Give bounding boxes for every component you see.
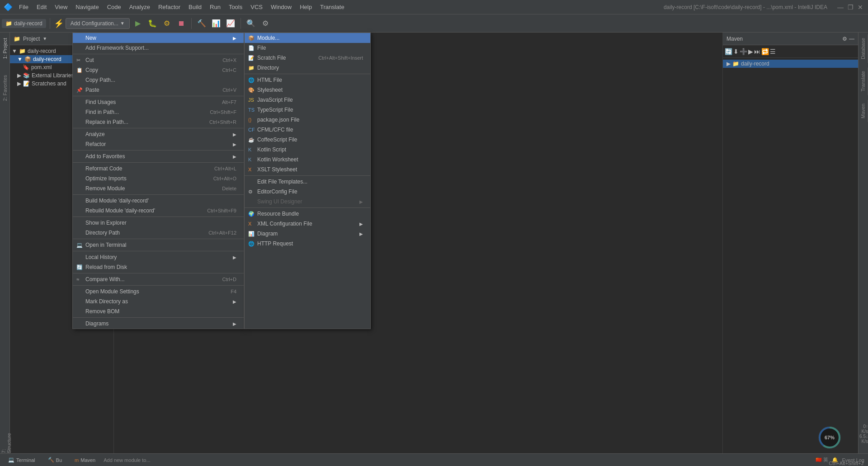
context-menu-item-reload[interactable]: 🔄 Reload from Disk: [73, 262, 244, 272]
submenu-new-package-json[interactable]: {} package.json File: [245, 115, 370, 125]
compare-icon: ≈: [76, 277, 79, 282]
menu-analyze[interactable]: Analyze: [126, 3, 154, 11]
sidebar-tab-project[interactable]: 1: Project: [0, 34, 9, 62]
context-menu-item-new[interactable]: New ▶: [73, 33, 244, 43]
menu-build[interactable]: Build: [185, 3, 205, 11]
menu-window[interactable]: Window: [267, 3, 295, 11]
close-button[interactable]: ✕: [856, 3, 864, 11]
menu-run[interactable]: Run: [206, 3, 224, 11]
terminal-tab[interactable]: 💻 Terminal: [4, 456, 40, 464]
submenu-new-html[interactable]: 🌐 HTML File: [245, 75, 370, 85]
submenu-new-kotlin-worksheet[interactable]: K Kotlin Worksheet: [245, 155, 370, 165]
structure-tab[interactable]: 7: Structure: [1, 433, 10, 453]
maven-close-icon[interactable]: —: [849, 36, 854, 42]
context-menu-item-show-explorer[interactable]: Show in Explorer: [73, 218, 244, 228]
submenu-new-kotlin-script[interactable]: K Kotlin Script: [245, 145, 370, 155]
remove-module-shortcut: Delete: [222, 186, 236, 191]
menu-navigate[interactable]: Navigate: [72, 3, 102, 11]
maven-tree-item-daily-record[interactable]: ▶ 📁 daily-record: [723, 60, 858, 68]
build-tab[interactable]: 🔨 Bu: [43, 456, 66, 464]
context-menu-item-add-framework[interactable]: Add Framework Support...: [73, 43, 244, 53]
context-menu-item-copy[interactable]: 📋 Copy Ctrl+C: [73, 65, 244, 75]
context-menu-item-open-terminal[interactable]: 💻 Open in Terminal: [73, 240, 244, 250]
menu-refactor[interactable]: Refactor: [155, 3, 184, 11]
right-tab-maven[interactable]: Maven: [859, 100, 868, 122]
context-menu-item-refactor[interactable]: Refactor ▶: [73, 139, 244, 149]
submenu-new-module[interactable]: 📦 Module...: [245, 33, 370, 43]
context-menu-item-remove-bom[interactable]: Remove BOM: [73, 306, 244, 316]
maven-refresh-icon[interactable]: 🔄: [725, 48, 732, 55]
add-configuration-button[interactable]: Add Configuration... ▼: [66, 18, 130, 29]
find-button[interactable]: 🔍: [245, 17, 257, 30]
context-menu-item-directory-path[interactable]: Directory Path Ctrl+Alt+F12: [73, 228, 244, 238]
context-menu-item-reformat[interactable]: Reformat Code Ctrl+Alt+L: [73, 164, 244, 174]
context-menu-item-find-usages[interactable]: Find Usages Alt+F7: [73, 97, 244, 107]
menu-translate[interactable]: Translate: [316, 3, 348, 11]
right-tab-database[interactable]: Database: [859, 34, 868, 63]
sidebar-tab-favorites[interactable]: 2: Favorites: [0, 71, 9, 104]
stop-button[interactable]: ⏹: [175, 17, 188, 30]
submenu-new-coffee[interactable]: ☕ CoffeeScript File: [245, 135, 370, 145]
context-menu-item-optimize[interactable]: Optimize Imports Ctrl+Alt+O: [73, 174, 244, 184]
build-project-button[interactable]: 🔨: [195, 17, 208, 30]
menu-vcs[interactable]: VCS: [247, 3, 266, 11]
menu-file[interactable]: File: [15, 3, 32, 11]
context-menu-item-analyze[interactable]: Analyze ▶: [73, 129, 244, 139]
submenu-new-stylesheet[interactable]: 🎨 Stylesheet: [245, 85, 370, 95]
submenu-new-editorconfig[interactable]: ⚙ EditorConfig File: [245, 187, 370, 197]
maven-bottom-tab[interactable]: m Maven: [70, 457, 100, 464]
debug-button[interactable]: 🐛: [146, 17, 159, 30]
submenu-new-http-request[interactable]: 🌐 HTTP Request: [245, 239, 370, 249]
coverage-report-button[interactable]: 📈: [224, 17, 237, 30]
context-menu-item-replace-in-path[interactable]: Replace in Path... Ctrl+Shift+R: [73, 117, 244, 127]
maven-skip-icon[interactable]: ⏭: [754, 48, 760, 55]
minimize-button[interactable]: —: [836, 3, 844, 11]
maven-download-icon[interactable]: ⬇: [733, 48, 739, 55]
menu-view[interactable]: View: [51, 3, 71, 11]
maven-add-icon[interactable]: ➕: [740, 48, 747, 55]
maven-header-icons: ⚙ —: [842, 36, 854, 42]
context-menu-item-mark-directory[interactable]: Mark Directory as ▶: [73, 297, 244, 306]
context-menu-item-paste[interactable]: 📌 Paste Ctrl+V: [73, 85, 244, 95]
right-tab-translate[interactable]: Translate: [859, 67, 868, 95]
submenu-new-file[interactable]: 📄 File: [245, 43, 370, 53]
settings-button[interactable]: ⚙: [259, 17, 272, 30]
submenu-new-edit-templates[interactable]: Edit File Templates...: [245, 177, 370, 187]
copy-icon: 📋: [76, 67, 83, 73]
context-menu-item-build-module[interactable]: Build Module 'daily-record': [73, 196, 244, 206]
submenu-new-xml-config[interactable]: X XML Configuration File ▶: [245, 219, 370, 229]
context-menu-item-compare[interactable]: ≈ Compare With... Ctrl+D: [73, 274, 244, 284]
context-menu-item-module-settings[interactable]: Open Module Settings F4: [73, 287, 244, 297]
context-menu-item-find-in-path[interactable]: Find in Path... Ctrl+Shift+F: [73, 107, 244, 117]
submenu-new-xslt[interactable]: X XSLT Stylesheet: [245, 165, 370, 174]
maven-sync-icon[interactable]: 🔁: [761, 48, 769, 55]
submenu-new-scratch[interactable]: 📝 Scratch File Ctrl+Alt+Shift+Insert: [245, 53, 370, 63]
menu-tools[interactable]: Tools: [225, 3, 246, 11]
run-button[interactable]: ▶: [132, 17, 144, 30]
context-menu-item-local-history[interactable]: Local History ▶: [73, 252, 244, 262]
maven-settings-icon[interactable]: ⚙: [842, 36, 847, 42]
submenu-new-resource-bundle[interactable]: 🌍 Resource Bundle: [245, 209, 370, 219]
submenu-new-diagram[interactable]: 📊 Diagram ▶: [245, 229, 370, 239]
context-menu-item-remove-module[interactable]: Remove Module Delete: [73, 184, 244, 193]
submenu-new-directory[interactable]: 📁 Directory: [245, 63, 370, 73]
maven-menu-icon[interactable]: ☰: [770, 48, 776, 55]
profile-button[interactable]: 📊: [210, 17, 222, 30]
context-menu-item-copy-path[interactable]: Copy Path...: [73, 75, 244, 85]
context-menu-item-diagrams[interactable]: Diagrams ▶: [73, 319, 244, 329]
context-menu-item-add-favorites[interactable]: Add to Favorites ▶: [73, 151, 244, 161]
maven-run-icon[interactable]: ▶: [748, 48, 753, 55]
submenu-new-cfml[interactable]: CF CFML/CFC file: [245, 125, 370, 135]
project-header-dropdown[interactable]: ▼: [42, 36, 47, 41]
submenu-new-ts[interactable]: TS TypeScript File: [245, 105, 370, 115]
context-menu-item-cut[interactable]: ✂ Cut Ctrl+X: [73, 55, 244, 65]
run-coverage-button[interactable]: ⚙: [160, 17, 173, 30]
menu-code[interactable]: Code: [104, 3, 125, 11]
submenu-new-js[interactable]: JS JavaScript File: [245, 95, 370, 105]
context-menu-item-rebuild-module[interactable]: Rebuild Module 'daily-record' Ctrl+Shift…: [73, 206, 244, 216]
menu-edit[interactable]: Edit: [33, 3, 50, 11]
project-selector[interactable]: 📁 daily-record: [2, 19, 46, 28]
menu-help[interactable]: Help: [296, 3, 316, 11]
xml-config-arrow: ▶: [359, 221, 363, 226]
maximize-button[interactable]: ❐: [846, 3, 854, 11]
